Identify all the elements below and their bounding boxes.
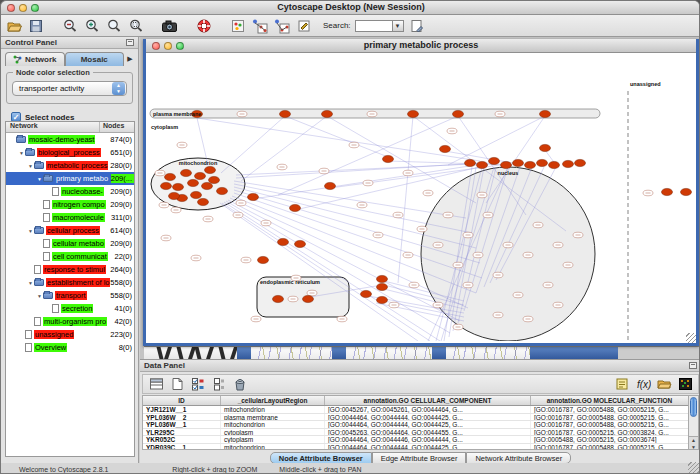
close-button[interactable]: [7, 4, 15, 12]
tree-row-secretion[interactable]: secretion41(0): [6, 302, 134, 315]
float-panel-icon[interactable]: [126, 39, 134, 46]
tab-mosaic[interactable]: Mosaic: [65, 52, 125, 66]
help-lifering-icon[interactable]: [195, 17, 213, 35]
selected-gene-node[interactable]: [181, 169, 192, 176]
unselect-attributes-icon[interactable]: [210, 375, 228, 393]
tree-row-cell-communicat[interactable]: cell communicat22(0): [6, 250, 134, 263]
tree-row-response-to-stimul[interactable]: response to stimul264(0): [6, 263, 134, 276]
tree-row-mosaic-demo-yeast[interactable]: mosaic-demo-yeast874(0): [6, 133, 134, 146]
tree-row-nucleobase-[interactable]: nucleobase-209(0): [6, 185, 134, 198]
selected-gene-node[interactable]: [440, 145, 451, 152]
zoom-button[interactable]: [31, 4, 39, 12]
tab-network[interactable]: Network: [5, 52, 65, 66]
background-window-fragment[interactable]: [618, 346, 700, 359]
attribute-table-icon[interactable]: [147, 375, 165, 393]
selected-gene-node[interactable]: [540, 144, 551, 151]
selected-gene-node[interactable]: [477, 161, 488, 168]
tree-row-nitrogen-compo[interactable]: nitrogen compo209(0): [6, 198, 134, 211]
selected-gene-node[interactable]: [273, 295, 284, 302]
tree-row-cellular-process[interactable]: ▼cellular process614(0): [6, 224, 134, 237]
new-attribute-icon[interactable]: [168, 375, 186, 393]
tree-column-nodes[interactable]: Nodes: [100, 122, 134, 132]
selected-gene-node[interactable]: [195, 172, 206, 179]
selected-gene-node[interactable]: [540, 110, 551, 117]
snapshot-camera-icon[interactable]: [161, 17, 179, 35]
window-resize-grip[interactable]: [686, 333, 696, 343]
selected-gene-node[interactable]: [501, 161, 512, 168]
selected-gene-node[interactable]: [290, 204, 301, 211]
annotation-icon[interactable]: [295, 17, 313, 35]
tree-expand-arrow[interactable]: ▼: [36, 293, 43, 299]
background-window-fragment[interactable]: [237, 346, 251, 359]
selected-gene-node[interactable]: [525, 161, 536, 168]
tab-overflow-arrow[interactable]: ▶: [124, 52, 136, 66]
search-config-icon[interactable]: [408, 17, 426, 35]
vizmapper-icon[interactable]: [229, 17, 247, 35]
tree-expand-arrow[interactable]: ▼: [27, 280, 34, 286]
node-color-select[interactable]: transporter activity ▲▼: [12, 81, 127, 96]
selected-gene-node[interactable]: [575, 159, 586, 166]
tree-expand-arrow[interactable]: ▼: [27, 163, 34, 169]
selected-gene-node[interactable]: [202, 182, 213, 189]
selected-gene-node[interactable]: [205, 166, 216, 173]
table-row[interactable]: YPL036W__2plasma membrane[GO:0044464, GO…: [143, 414, 689, 422]
tree-row-transport[interactable]: ▼transport558(0): [6, 289, 134, 302]
background-window-fragment[interactable]: [530, 346, 618, 359]
scrollbar-thumb[interactable]: [690, 397, 697, 417]
background-window-fragment[interactable]: [446, 346, 530, 359]
selected-gene-node[interactable]: [295, 240, 306, 247]
tree-row-unassigned[interactable]: unassigned223(0): [6, 328, 134, 341]
selected-gene-node[interactable]: [198, 198, 209, 205]
selected-gene-node[interactable]: [383, 155, 394, 162]
selected-gene-node[interactable]: [563, 160, 574, 167]
table-row[interactable]: YJR121W__1mitochondrion[GO:0045267, GO:0…: [143, 406, 689, 414]
selected-gene-node[interactable]: [303, 295, 314, 302]
selected-gene-node[interactable]: [173, 183, 184, 190]
selected-gene-node[interactable]: [322, 110, 333, 117]
selected-gene-node[interactable]: [361, 290, 372, 297]
selected-gene-node[interactable]: [537, 159, 548, 166]
close-button[interactable]: [152, 42, 160, 50]
search-input[interactable]: [355, 20, 393, 32]
minimize-button[interactable]: [19, 4, 27, 12]
selected-gene-node[interactable]: [453, 110, 464, 117]
tree-column-network[interactable]: Network: [6, 122, 100, 132]
scrollbar-arrows[interactable]: ▲▼: [688, 436, 699, 450]
column-header[interactable]: ID: [143, 396, 221, 405]
selected-gene-node[interactable]: [377, 275, 388, 282]
table-row[interactable]: YPL036W__1mitochondrion[GO:0044464, GO:0…: [143, 421, 689, 429]
selected-gene-node[interactable]: [408, 110, 419, 117]
matrix-view-icon[interactable]: [676, 375, 694, 393]
delete-attribute-icon[interactable]: [231, 375, 249, 393]
selected-gene-node[interactable]: [489, 157, 500, 164]
selected-gene-node[interactable]: [325, 182, 336, 189]
tree-row-multi-organism-pro[interactable]: multi-organism pro42(0): [6, 315, 134, 328]
save-session-icon[interactable]: [27, 17, 45, 35]
selected-gene-node[interactable]: [513, 159, 524, 166]
selected-gene-node[interactable]: [217, 187, 228, 194]
select-attributes-icon[interactable]: [189, 375, 207, 393]
search-dropdown-arrow[interactable]: ▼: [393, 20, 404, 32]
selected-gene-node[interactable]: [258, 256, 269, 263]
zoom-button[interactable]: [176, 42, 184, 50]
selected-gene-node[interactable]: [248, 193, 259, 200]
minimize-button[interactable]: [164, 42, 172, 50]
selected-gene-node[interactable]: [681, 188, 692, 195]
zoom-fit-icon[interactable]: [105, 17, 123, 35]
edit-network-icon[interactable]: [273, 17, 291, 35]
tree-expand-arrow[interactable]: ▼: [36, 176, 43, 182]
formula-builder-icon[interactable]: f(x): [634, 375, 652, 393]
tree-row-metabolic-process[interactable]: ▼metabolic process280(0): [6, 159, 134, 172]
tree-row-macromolecule[interactable]: macromolecule311(0): [6, 211, 134, 224]
background-window-fragment[interactable]: [251, 346, 332, 359]
layout-network-icon[interactable]: [251, 17, 269, 35]
selected-gene-node[interactable]: [191, 191, 202, 198]
table-row[interactable]: YLR295Ccytoplasm[GO:0045263, GO:0044464,…: [143, 429, 689, 437]
selected-gene-node[interactable]: [278, 238, 289, 245]
tree-row-biological-process[interactable]: ▼biological_process651(0): [6, 146, 134, 159]
float-panel-icon[interactable]: [689, 362, 697, 369]
zoom-in-icon[interactable]: [83, 17, 101, 35]
selected-gene-node[interactable]: [169, 192, 180, 199]
import-attributes-icon[interactable]: [655, 375, 673, 393]
tree-expand-arrow[interactable]: ▼: [27, 228, 34, 234]
